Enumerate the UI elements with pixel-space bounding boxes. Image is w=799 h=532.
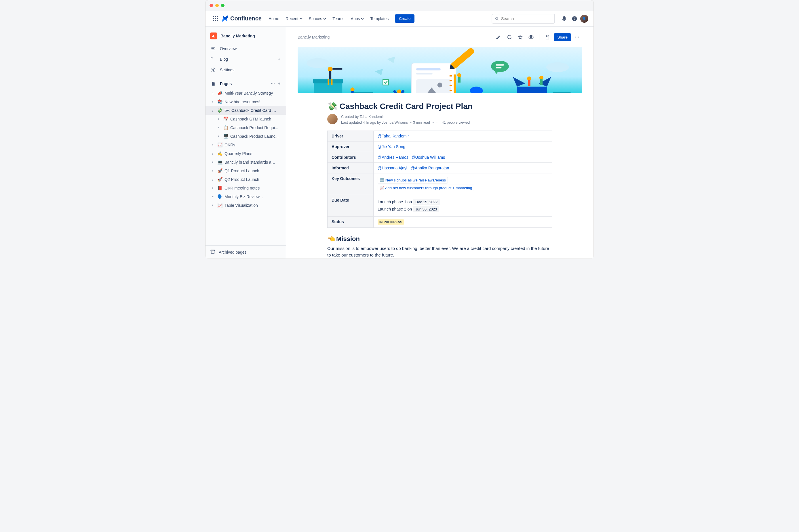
svg-point-46 (397, 90, 401, 93)
app-switcher-icon[interactable] (211, 14, 220, 23)
user-mention[interactable]: @Joshua Williams (412, 155, 445, 159)
svg-rect-25 (332, 68, 342, 70)
svg-point-16 (530, 37, 532, 38)
nav-templates[interactable]: Templates (367, 14, 392, 23)
user-mention[interactable]: @Annika Rangarajan (411, 166, 449, 170)
space-header[interactable]: Banc.ly Marketing (205, 28, 286, 43)
chevron-down-icon (299, 17, 303, 20)
page-tree-item[interactable]: •📋Cashback Product Requi... (205, 124, 286, 132)
chevron-right-icon[interactable]: › (210, 142, 215, 147)
user-mention[interactable]: @Hassana Ajayi (378, 166, 407, 170)
help-icon[interactable]: ? (570, 14, 579, 23)
space-icon (210, 33, 217, 39)
svg-rect-64 (552, 92, 570, 93)
user-mention[interactable]: @Taha Kandemir (378, 134, 409, 138)
page-tree-item[interactable]: •📕OKR meeting notes (205, 184, 286, 192)
search-input[interactable] (501, 16, 551, 21)
daci-key: Driver (328, 131, 374, 141)
chevron-right-icon[interactable]: › (210, 108, 215, 113)
svg-point-17 (307, 58, 329, 68)
window-close[interactable] (210, 4, 213, 7)
chevron-right-icon[interactable]: › (210, 91, 215, 95)
comment-icon[interactable] (505, 33, 514, 42)
user-mention[interactable]: @Jie Yan Song (378, 144, 405, 149)
due-row: Launch phase 2 on Jun 30, 2023 (378, 206, 548, 212)
sidebar-settings[interactable]: Settings (205, 65, 286, 75)
chevron-right-icon[interactable]: › (210, 177, 215, 182)
chevron-right-icon[interactable]: › (210, 99, 215, 104)
sidebar-overview[interactable]: Overview (205, 43, 286, 54)
sidebar-blog[interactable]: ”Blog＋ (205, 54, 286, 65)
daci-val: @Taha Kandemir (374, 131, 552, 141)
notifications-icon[interactable] (560, 14, 569, 23)
svg-point-28 (350, 88, 354, 92)
restrictions-icon[interactable] (543, 33, 552, 42)
page-tree-item[interactable]: ›📚New hire resources! (205, 97, 286, 106)
page-tree-item[interactable]: ›📈OKRs (205, 140, 286, 149)
archive-icon (210, 249, 215, 254)
window-minimize[interactable] (215, 4, 219, 7)
create-button[interactable]: Create (395, 14, 415, 23)
page-tree-item[interactable]: ›🚀Q2 Product Launch (205, 175, 286, 184)
nav-recent[interactable]: Recent (283, 14, 305, 23)
svg-rect-24 (331, 79, 333, 85)
chevron-right-icon[interactable]: › (210, 169, 215, 173)
svg-rect-32 (416, 73, 432, 75)
search-icon (495, 16, 499, 21)
share-button[interactable]: Share (554, 33, 571, 41)
window-zoom[interactable] (221, 4, 224, 7)
archived-label: Archived pages (219, 250, 247, 254)
svg-rect-38 (450, 80, 452, 81)
svg-text:?: ? (573, 17, 575, 20)
svg-rect-36 (454, 75, 456, 93)
page-tree-item[interactable]: •🖥️Cashback Product Launc... (205, 132, 286, 140)
nav-spaces[interactable]: Spaces (306, 14, 329, 23)
add-icon[interactable]: ＋ (277, 57, 281, 62)
overview-icon (210, 46, 216, 51)
page-tree-item[interactable]: ›🚀Q1 Product Launch (205, 167, 286, 175)
product-name: Confluence (230, 15, 261, 22)
star-icon[interactable] (515, 33, 525, 42)
meta-line: Last updated 4 hr ago by Joshua Williams… (341, 120, 470, 126)
nav-teams[interactable]: Teams (330, 14, 347, 23)
product-logo[interactable]: Confluence (222, 15, 261, 22)
watch-icon[interactable] (526, 33, 535, 42)
mission-heading: 👈Mission (327, 235, 552, 243)
user-mention[interactable]: @Andres Ramos (378, 155, 408, 159)
svg-rect-7 (215, 20, 216, 21)
page-tree-item[interactable]: ›💸5% Cashback Credit Card Pr... (205, 106, 286, 115)
chevron-down-icon (361, 17, 364, 20)
date-chip: Dec 15, 2022 (413, 199, 440, 205)
page-tree-item[interactable]: ›✍️Quarterly Plans (205, 149, 286, 158)
outcome-chip[interactable]: 🆕 New signups as we raise awareness (378, 177, 448, 184)
author-avatar[interactable] (327, 114, 338, 124)
nav-apps[interactable]: Apps (348, 14, 367, 23)
breadcrumb[interactable]: Banc.ly Marketing (297, 35, 330, 39)
svg-point-59 (527, 76, 531, 80)
svg-rect-3 (213, 18, 214, 19)
nav-home[interactable]: Home (266, 14, 282, 23)
page-tree-item[interactable]: ›📣Multi-Year Banc.ly Strategy (205, 89, 286, 97)
page-tree-item[interactable]: •💻Banc.ly brand standards and... (205, 158, 286, 167)
user-avatar[interactable]: 👤 (580, 15, 588, 23)
pages-more-icon[interactable]: ⋯ (271, 81, 275, 86)
page-tree-item[interactable]: •🗣️Monthly Biz Review... (205, 192, 286, 201)
daci-val: @Andres Ramos@Joshua Williams (374, 152, 552, 163)
search-box[interactable] (492, 14, 555, 24)
more-actions-icon[interactable]: ⋯ (573, 33, 582, 42)
outcome-chip[interactable]: 📈 Add net new customers through product … (378, 185, 474, 191)
svg-rect-27 (354, 92, 373, 93)
svg-rect-22 (329, 71, 331, 79)
chevron-right-icon[interactable]: › (210, 151, 215, 156)
svg-rect-4 (215, 18, 216, 19)
pages-add-icon[interactable]: ＋ (277, 81, 281, 86)
archived-pages[interactable]: Archived pages (205, 245, 286, 259)
pages-section[interactable]: Pages ⋯＋ (205, 78, 286, 89)
svg-rect-1 (215, 16, 216, 17)
date-chip: Jun 30, 2023 (413, 206, 439, 212)
page-tree-item[interactable]: •📈Table Visualization (205, 201, 286, 210)
edit-icon[interactable] (494, 33, 503, 42)
page-icon (211, 81, 216, 86)
svg-point-50 (470, 87, 483, 93)
page-tree-item[interactable]: •📅Cashback GTM launch (205, 115, 286, 124)
